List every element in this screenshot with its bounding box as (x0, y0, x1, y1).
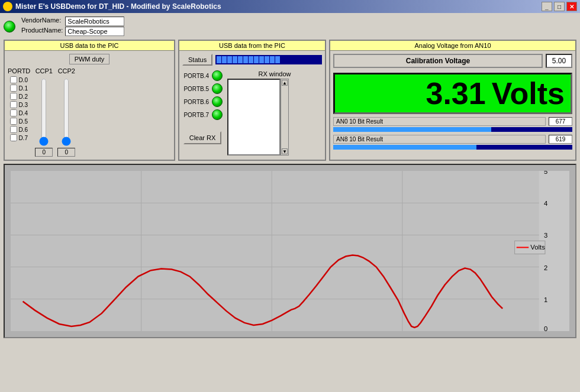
portb-rx-area: PORTB.4 PORTB.5 PORTB.6 PORTB.7 (182, 70, 322, 155)
an0-progress-container (333, 127, 572, 132)
device-info: VendorName: ScaleRobotics ProductName: C… (21, 17, 124, 36)
chart-svg: 5 4 3 2 1 0 Volts (11, 171, 569, 331)
portb6-row: PORTB.6 (182, 96, 223, 107)
rx-textarea[interactable] (227, 79, 281, 155)
an8-value: 619 (549, 135, 572, 144)
ccp2-slider[interactable] (60, 78, 73, 146)
product-value: Cheap-Scope (65, 27, 124, 36)
status-row: Status (182, 54, 322, 66)
portb4-label: PORTB.4 (182, 73, 209, 79)
ccp1-value: 0 (35, 148, 53, 157)
portd-d3: D.3 (10, 101, 28, 108)
title-bar: Mister E's USBDemo for DT_HID - Modified… (0, 0, 580, 13)
sections-row: USB data to the PIC PWM duty PORTD D.0 (4, 40, 576, 161)
ccp2-title: CCP2 (58, 67, 75, 74)
product-label: ProductName: (21, 27, 63, 36)
status-button[interactable]: Status (182, 54, 212, 66)
portb4-row: PORTB.4 (182, 70, 223, 81)
portd-d5-label: D.5 (18, 118, 28, 125)
an0-progress-fill (333, 127, 491, 132)
calib-label: Calibration Voltage (333, 54, 543, 68)
top-info: VendorName: ScaleRobotics ProductName: C… (4, 17, 576, 36)
portd-d5-checkbox[interactable] (10, 118, 17, 125)
portd-d7-checkbox[interactable] (10, 134, 17, 141)
portd-d6-label: D.6 (18, 127, 28, 133)
portd-d3-label: D.3 (18, 102, 28, 108)
portd-d0: D.0 (10, 76, 28, 83)
usb-to-pic-section: USB data to the PIC PWM duty PORTD D.0 (4, 40, 175, 161)
title-bar-controls: _ □ ✕ (542, 2, 577, 11)
portd-d4: D.4 (10, 109, 28, 116)
title-bar-text: Mister E's USBDemo for DT_HID - Modified… (3, 2, 221, 11)
analog-content: Calibration Voltage 5.00 3.31 Volts AN0 … (330, 51, 575, 153)
portd-d5: D.5 (10, 118, 28, 125)
ccp1-title: CCP1 (36, 67, 53, 74)
usb-from-pic-content: Status (179, 51, 325, 158)
rx-window-area: ▲ ▼ (227, 79, 322, 155)
portd-title: PORTD (8, 67, 30, 74)
svg-text:0: 0 (544, 325, 547, 331)
portb4-led (212, 70, 223, 81)
svg-text:4: 4 (544, 200, 547, 207)
usb-from-pic-section: USB data from the PIC Status (178, 40, 326, 161)
portd-d4-checkbox[interactable] (10, 109, 17, 116)
svg-text:Volts: Volts (530, 244, 545, 251)
usb-from-pic-label: USB data from the PIC (179, 41, 325, 51)
portd-d1-label: D.1 (18, 85, 28, 92)
portd-d6: D.6 (10, 126, 28, 133)
portd-d7-label: D.7 (18, 135, 28, 141)
portd-d2-label: D.2 (18, 93, 28, 100)
big-volts-label: Volts (492, 78, 565, 109)
ports-row: PORTD D.0 D.1 (8, 67, 171, 157)
portb-leds-column: PORTB.4 PORTB.5 PORTB.6 PORTB.7 (182, 70, 223, 155)
an8-progress-container (333, 145, 572, 150)
vendor-label: VendorName: (21, 17, 63, 26)
big-display: 3.31 Volts (333, 73, 572, 114)
rx-window-label: RX window (227, 70, 322, 77)
portb7-label: PORTB.7 (182, 112, 209, 118)
scroll-up[interactable]: ▲ (282, 80, 288, 86)
portb7-led (212, 109, 223, 120)
portd-d3-checkbox[interactable] (10, 101, 17, 108)
rx-window-box: RX window ▲ ▼ (227, 70, 322, 155)
portd-d6-checkbox[interactable] (10, 126, 17, 133)
portb5-label: PORTB.5 (182, 86, 209, 92)
usb-to-pic-content: PWM duty PORTD D.0 D.1 (5, 51, 174, 160)
ccp2-slider-container: CCP2 0 (57, 67, 75, 157)
portb6-led (212, 96, 223, 107)
ccp1-slider-container: CCP1 0 (35, 67, 53, 157)
chart-area: 5 4 3 2 1 0 Volts (4, 164, 576, 338)
calib-value: 5.00 (546, 54, 572, 68)
svg-rect-0 (11, 171, 539, 331)
close-button[interactable]: ✕ (566, 2, 577, 11)
portb5-led (212, 83, 223, 94)
maximize-button[interactable]: □ (554, 2, 565, 11)
an8-label: AN8 10 Bit Result (333, 135, 546, 144)
pwm-label: PWM duty (69, 54, 110, 64)
portd-d1-checkbox[interactable] (10, 85, 17, 92)
vendor-value: ScaleRobotics (65, 17, 124, 26)
clear-rx-button[interactable]: Clear RX (183, 131, 222, 144)
portd-d4-label: D.4 (18, 110, 28, 116)
svg-text:3: 3 (544, 232, 547, 239)
analog-section-label: Analog Voltage from AN10 (330, 41, 575, 51)
portb7-row: PORTB.7 (182, 109, 223, 120)
svg-text:2: 2 (544, 264, 547, 271)
an0-value: 677 (549, 117, 572, 126)
portd-group: PORTD D.0 D.1 (8, 67, 30, 141)
rx-scrollbar[interactable]: ▲ ▼ (281, 79, 289, 155)
minimize-button[interactable]: _ (542, 2, 552, 11)
an0-result-row: AN0 10 Bit Result 677 (333, 117, 572, 126)
portd-d2-checkbox[interactable] (10, 93, 17, 100)
scroll-down[interactable]: ▼ (282, 148, 288, 154)
ccp2-value: 0 (57, 148, 75, 157)
portb5-row: PORTB.5 (182, 83, 223, 94)
svg-text:1: 1 (544, 296, 547, 303)
an8-result-row: AN8 10 Bit Result 619 (333, 135, 572, 144)
analog-section: Analog Voltage from AN10 Calibration Vol… (329, 40, 576, 161)
ccp1-slider[interactable] (37, 78, 50, 146)
an0-label: AN0 10 Bit Result (333, 117, 546, 126)
portd-checkboxes: D.0 D.1 D.2 (10, 76, 28, 141)
portd-d1: D.1 (10, 85, 28, 92)
portd-d0-checkbox[interactable] (10, 76, 17, 83)
